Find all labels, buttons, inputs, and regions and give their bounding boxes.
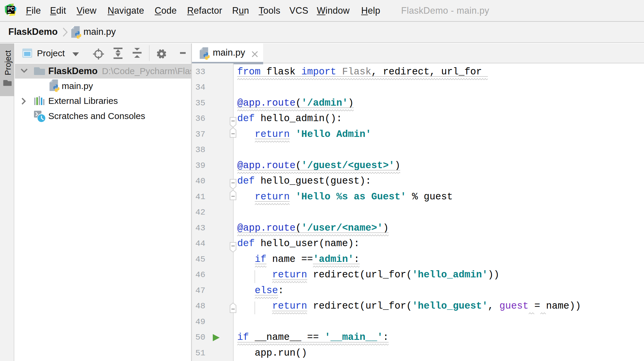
svg-text:PC: PC [7,6,14,11]
